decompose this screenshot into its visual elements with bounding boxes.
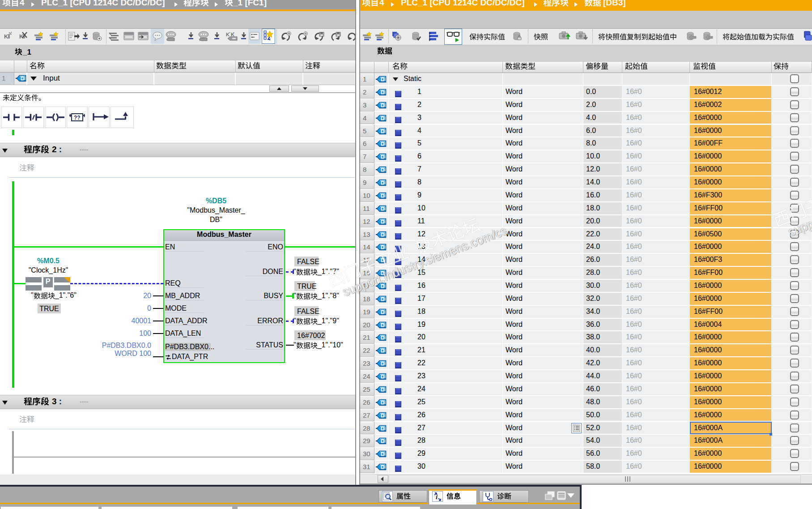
- svg-text:K: K: [226, 32, 230, 37]
- svg-text:K: K: [4, 33, 9, 40]
- svg-text:??: ??: [74, 115, 81, 121]
